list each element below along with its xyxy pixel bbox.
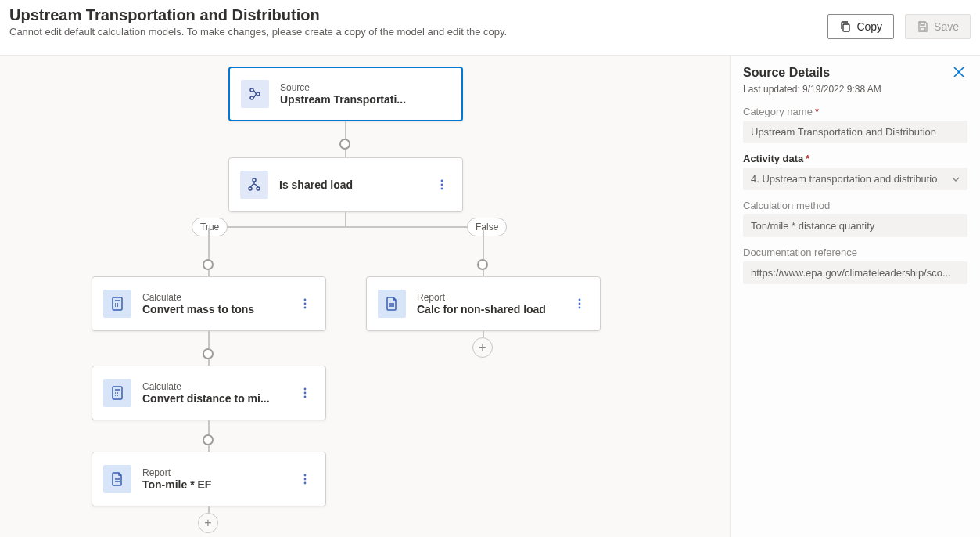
panel-title: Source Details	[743, 66, 830, 80]
node-calc-distance-more[interactable]	[296, 384, 314, 402]
port	[203, 348, 214, 359]
svg-point-12	[304, 299, 307, 301]
node-calc-distance-title: Convert distance to mi...	[142, 392, 285, 405]
more-vertical-icon	[299, 473, 311, 485]
port	[339, 139, 350, 150]
svg-rect-0	[843, 24, 849, 31]
svg-point-19	[304, 474, 307, 477]
save-icon	[917, 20, 929, 33]
port	[203, 259, 214, 270]
svg-point-18	[304, 396, 307, 398]
node-source-title: Upstream Transportati...	[280, 93, 451, 106]
node-source[interactable]: Source Upstream Transportati...	[228, 67, 463, 121]
node-report-tonmile-title: Ton-mile * EF	[142, 478, 285, 491]
flow-canvas[interactable]: Source Upstream Transportati... Is share…	[0, 55, 730, 537]
category-value: Upstream Transportation and Distribution	[743, 121, 967, 143]
svg-point-8	[441, 180, 443, 182]
svg-point-20	[304, 478, 307, 481]
svg-point-14	[304, 307, 307, 309]
svg-point-2	[250, 88, 253, 92]
svg-point-5	[253, 178, 256, 182]
branch-true-label: True	[192, 218, 228, 236]
svg-point-21	[304, 482, 307, 485]
node-branch-more[interactable]	[433, 175, 451, 194]
activity-label: Activity data*	[743, 153, 967, 164]
svg-point-23	[579, 303, 581, 305]
svg-point-6	[249, 187, 252, 190]
page-header: Upstream Transportation and Distribution…	[9, 6, 971, 53]
doc-value: https://www.epa.gov/climateleadership/sc…	[743, 261, 967, 284]
copy-icon	[839, 20, 852, 33]
category-label: Category name*	[743, 106, 967, 117]
page-subtitle: Cannot edit default calculation models. …	[9, 26, 971, 38]
method-value: Ton/mile * distance quantity	[743, 214, 967, 237]
branch-false-label: False	[467, 218, 507, 236]
doc-label: Documentation reference	[743, 247, 967, 258]
node-report-nonshared-type: Report	[417, 292, 559, 303]
node-branch[interactable]: Is shared load	[228, 157, 463, 212]
node-calc-mass-title: Convert mass to tons	[142, 303, 285, 315]
calculate-icon	[103, 290, 131, 318]
add-node-button[interactable]: +	[198, 513, 218, 533]
more-vertical-icon	[299, 387, 311, 399]
node-calc-mass[interactable]: Calculate Convert mass to tons	[92, 276, 326, 331]
node-calc-mass-type: Calculate	[142, 292, 285, 303]
close-icon	[952, 65, 966, 79]
method-label: Calculation method	[743, 200, 967, 211]
more-vertical-icon	[436, 178, 448, 191]
add-node-button[interactable]: +	[472, 337, 493, 358]
calculate-icon	[103, 379, 131, 407]
branch-icon	[240, 171, 268, 199]
report-icon	[103, 465, 131, 493]
node-calc-distance[interactable]: Calculate Convert distance to mi...	[92, 366, 326, 420]
more-vertical-icon	[299, 297, 311, 310]
svg-rect-1	[921, 27, 925, 31]
report-icon	[378, 290, 406, 318]
node-report-tonmile-more[interactable]	[296, 470, 314, 488]
node-report-tonmile[interactable]: Report Ton-mile * EF	[92, 452, 326, 506]
port	[203, 434, 214, 445]
port	[477, 259, 488, 270]
copy-button-label: Copy	[856, 20, 882, 33]
svg-point-9	[441, 184, 443, 186]
node-source-type: Source	[280, 82, 451, 93]
node-report-tonmile-type: Report	[142, 467, 285, 478]
svg-point-10	[441, 188, 443, 190]
activity-select[interactable]: 4. Upstream transportation and distribut…	[743, 168, 967, 190]
svg-point-22	[579, 299, 581, 301]
svg-point-13	[304, 303, 307, 305]
svg-point-16	[304, 388, 307, 391]
panel-last-updated: Last updated: 9/19/2022 9:38 AM	[743, 84, 967, 95]
copy-button[interactable]: Copy	[827, 14, 894, 39]
node-report-nonshared[interactable]: Report Calc for non-shared load	[366, 276, 601, 331]
svg-point-3	[250, 96, 253, 99]
node-report-nonshared-title: Calc for non-shared load	[417, 303, 559, 315]
close-panel-button[interactable]	[952, 65, 967, 81]
node-report-nonshared-more[interactable]	[570, 294, 589, 313]
svg-point-4	[257, 92, 260, 96]
source-icon	[241, 80, 269, 108]
svg-point-7	[257, 187, 260, 190]
save-button: Save	[905, 14, 971, 39]
more-vertical-icon	[573, 297, 586, 310]
svg-point-17	[304, 392, 307, 395]
save-button-label: Save	[934, 20, 959, 33]
page-title: Upstream Transportation and Distribution	[9, 6, 971, 24]
node-calc-distance-type: Calculate	[142, 381, 285, 392]
node-calc-mass-more[interactable]	[296, 294, 314, 313]
details-panel: Source Details Last updated: 9/19/2022 9…	[730, 55, 980, 537]
svg-point-24	[579, 307, 581, 309]
node-branch-title: Is shared load	[279, 178, 422, 191]
